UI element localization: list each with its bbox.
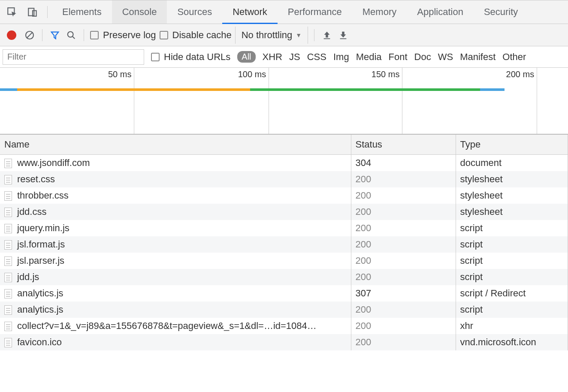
column-header-type[interactable]: Type	[456, 135, 568, 155]
request-name-cell: jquery.min.js	[0, 220, 351, 236]
preserve-log-checkbox[interactable]: Preserve log	[90, 30, 156, 41]
timeline-tick	[134, 68, 134, 134]
request-status-cell: 200	[351, 236, 456, 253]
checkbox-icon	[90, 31, 99, 39]
tab-sources[interactable]: Sources	[167, 0, 222, 24]
request-name-cell: collect?v=1&_v=j89&a=155676878&t=pagevie…	[0, 318, 351, 334]
request-type-cell: stylesheet	[456, 204, 568, 220]
inspect-element-icon[interactable]	[3, 3, 21, 21]
device-toggle-icon[interactable]	[24, 3, 41, 21]
timeline-tick-label: 200 ms	[506, 69, 537, 79]
filter-font[interactable]: Font	[389, 51, 408, 63]
request-status-cell: 200	[351, 187, 456, 204]
request-name: analytics.js	[17, 304, 63, 315]
request-type-cell: xhr	[456, 318, 568, 334]
request-type-cell: script	[456, 269, 568, 285]
tab-elements[interactable]: Elements	[52, 0, 112, 24]
request-status-cell: 200	[351, 204, 456, 220]
request-name: www.jsondiff.com	[17, 157, 90, 168]
request-name: jsl.parser.js	[17, 255, 64, 266]
column-header-status[interactable]: Status	[351, 135, 456, 155]
filter-all[interactable]: All	[237, 51, 255, 63]
hide-data-urls-checkbox[interactable]: Hide data URLs	[151, 51, 230, 63]
request-type-cell: script	[456, 236, 568, 253]
table-row[interactable]: reset.css200stylesheet	[0, 171, 568, 187]
table-row[interactable]: www.jsondiff.com304document	[0, 155, 568, 172]
separator	[42, 29, 42, 41]
throttling-dropdown[interactable]: No throttling ▼	[235, 27, 308, 44]
request-name-cell: www.jsondiff.com	[0, 155, 351, 172]
filter-ws[interactable]: WS	[438, 51, 453, 63]
request-status-cell: 200	[351, 302, 456, 318]
request-name-cell: jsl.format.js	[0, 236, 351, 253]
filter-css[interactable]: CSS	[307, 51, 326, 63]
timeline-segment	[480, 88, 505, 91]
network-toolbar: Preserve log Disable cache No throttling…	[0, 24, 568, 46]
request-status-cell: 200	[351, 334, 456, 350]
request-status-cell: 200	[351, 220, 456, 236]
request-type-cell: script	[456, 220, 568, 236]
request-name: reset.css	[17, 174, 55, 184]
checkbox-icon	[160, 31, 168, 39]
table-row[interactable]: jsl.format.js200script	[0, 236, 568, 253]
filter-xhr[interactable]: XHR	[263, 51, 282, 63]
network-timeline[interactable]: 50 ms100 ms150 ms200 ms	[0, 68, 568, 135]
request-name-cell: jsl.parser.js	[0, 253, 351, 269]
table-row[interactable]: collect?v=1&_v=j89&a=155676878&t=pagevie…	[0, 318, 568, 334]
table-row[interactable]: jquery.min.js200script	[0, 220, 568, 236]
upload-har-icon[interactable]	[320, 29, 333, 42]
request-name: jdd.js	[17, 271, 39, 282]
record-button[interactable]	[7, 30, 16, 40]
table-row[interactable]: jdd.css200stylesheet	[0, 204, 568, 220]
tab-memory[interactable]: Memory	[352, 0, 407, 24]
network-filter-bar: Hide data URLs All XHR JS CSS Img Media …	[0, 46, 568, 68]
request-name: analytics.js	[17, 288, 63, 299]
column-header-name[interactable]: Name	[0, 135, 351, 155]
timeline-tick	[402, 68, 402, 134]
filter-js[interactable]: JS	[289, 51, 300, 63]
devtools-tabbar: Elements Console Sources Network Perform…	[0, 0, 568, 24]
file-icon	[4, 224, 12, 233]
disable-cache-checkbox[interactable]: Disable cache	[160, 30, 232, 41]
request-name: favicon.ico	[17, 337, 62, 347]
request-status-cell: 307	[351, 285, 456, 302]
timeline-segment	[250, 88, 480, 91]
filter-manifest[interactable]: Manifest	[460, 51, 495, 63]
tab-console[interactable]: Console	[112, 0, 167, 24]
filter-doc[interactable]: Doc	[414, 51, 431, 63]
filter-other[interactable]: Other	[502, 51, 526, 63]
request-name: jsl.format.js	[17, 239, 65, 250]
hide-data-urls-label: Hide data URLs	[164, 51, 230, 63]
filter-icon[interactable]	[48, 29, 61, 42]
tab-security[interactable]: Security	[474, 0, 528, 24]
timeline-segment	[0, 88, 17, 91]
file-icon	[4, 208, 12, 217]
request-type-cell: vnd.microsoft.icon	[456, 334, 568, 350]
table-row[interactable]: favicon.ico200vnd.microsoft.icon	[0, 334, 568, 350]
file-icon	[4, 322, 12, 331]
tab-network[interactable]: Network	[222, 0, 278, 24]
request-name: jdd.css	[17, 206, 46, 217]
tab-application[interactable]: Application	[407, 0, 474, 24]
request-status-cell: 200	[351, 318, 456, 334]
filter-media[interactable]: Media	[356, 51, 382, 63]
table-row[interactable]: analytics.js307script / Redirect	[0, 285, 568, 302]
disable-cache-label: Disable cache	[172, 30, 232, 41]
request-name: jquery.min.js	[17, 223, 69, 233]
table-row[interactable]: throbber.css200stylesheet	[0, 187, 568, 204]
filter-img[interactable]: Img	[333, 51, 349, 63]
download-har-icon[interactable]	[337, 29, 350, 42]
search-icon[interactable]	[65, 29, 78, 42]
table-row[interactable]: jdd.js200script	[0, 269, 568, 285]
svg-line-4	[27, 33, 32, 38]
svg-rect-1	[28, 8, 34, 15]
table-row[interactable]: analytics.js200script	[0, 302, 568, 318]
svg-point-5	[68, 31, 73, 37]
clear-icon[interactable]	[23, 29, 36, 42]
request-name-cell: favicon.ico	[0, 334, 351, 350]
tab-performance[interactable]: Performance	[278, 0, 352, 24]
table-row[interactable]: jsl.parser.js200script	[0, 253, 568, 269]
filter-input[interactable]	[3, 49, 144, 65]
file-icon	[4, 240, 12, 250]
request-status-cell: 200	[351, 269, 456, 285]
